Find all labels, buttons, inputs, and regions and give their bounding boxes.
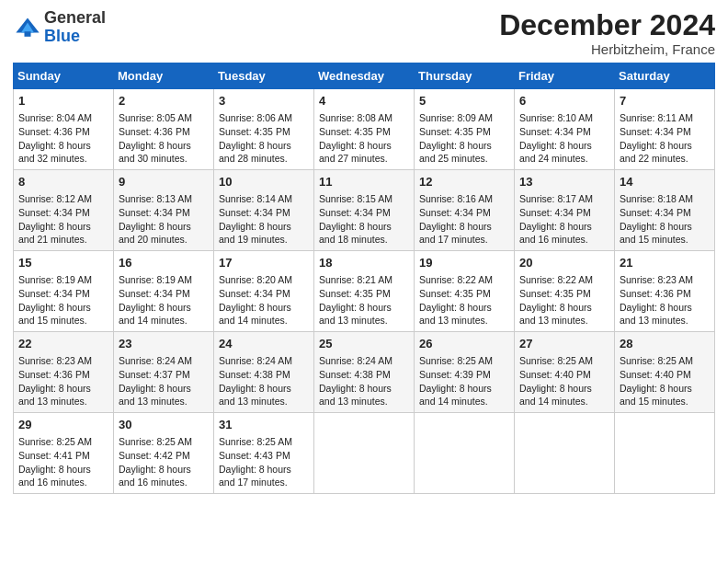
day-number: 27 bbox=[519, 336, 609, 352]
sunset-text: Sunset: 4:38 PM bbox=[319, 369, 391, 380]
day-number: 1 bbox=[18, 93, 108, 109]
table-row bbox=[615, 412, 715, 493]
sunrise-text: Sunrise: 8:25 AM bbox=[519, 355, 593, 366]
sunset-text: Sunset: 4:35 PM bbox=[419, 126, 491, 137]
header-row: Sunday Monday Tuesday Wednesday Thursday… bbox=[14, 63, 715, 89]
cell-content: 3Sunrise: 8:06 AMSunset: 4:35 PMDaylight… bbox=[219, 93, 309, 166]
col-tuesday: Tuesday bbox=[214, 63, 314, 89]
table-row: 31Sunrise: 8:25 AMSunset: 4:43 PMDayligh… bbox=[214, 412, 314, 493]
cell-content: 5Sunrise: 8:09 AMSunset: 4:35 PMDaylight… bbox=[419, 93, 509, 166]
logo-general: General bbox=[44, 8, 106, 27]
daylight-text: Daylight: 8 hours and 14 minutes. bbox=[119, 302, 191, 327]
cell-content: 29Sunrise: 8:25 AMSunset: 4:41 PMDayligh… bbox=[18, 417, 108, 489]
day-number: 15 bbox=[18, 255, 108, 271]
sunrise-text: Sunrise: 8:21 AM bbox=[319, 274, 392, 285]
table-row: 23Sunrise: 8:24 AMSunset: 4:37 PMDayligh… bbox=[114, 332, 214, 413]
daylight-text: Daylight: 8 hours and 14 minutes. bbox=[219, 302, 291, 327]
sunset-text: Sunset: 4:39 PM bbox=[419, 369, 491, 380]
day-number: 21 bbox=[620, 255, 710, 271]
cell-content: 31Sunrise: 8:25 AMSunset: 4:43 PMDayligh… bbox=[219, 417, 309, 489]
table-row: 11Sunrise: 8:15 AMSunset: 4:34 PMDayligh… bbox=[314, 170, 415, 251]
day-number: 28 bbox=[620, 336, 710, 352]
table-row: 30Sunrise: 8:25 AMSunset: 4:42 PMDayligh… bbox=[114, 412, 214, 493]
daylight-text: Daylight: 8 hours and 13 minutes. bbox=[319, 302, 392, 327]
sunset-text: Sunset: 4:34 PM bbox=[419, 207, 491, 218]
daylight-text: Daylight: 8 hours and 13 minutes. bbox=[519, 302, 592, 327]
sunrise-text: Sunrise: 8:10 AM bbox=[519, 112, 593, 123]
day-number: 16 bbox=[119, 255, 209, 271]
daylight-text: Daylight: 8 hours and 18 minutes. bbox=[319, 221, 392, 246]
sunset-text: Sunset: 4:35 PM bbox=[219, 126, 290, 137]
col-sunday: Sunday bbox=[14, 63, 114, 89]
week-row-5: 29Sunrise: 8:25 AMSunset: 4:41 PMDayligh… bbox=[14, 412, 715, 493]
cell-content: 2Sunrise: 8:05 AMSunset: 4:36 PMDaylight… bbox=[119, 93, 209, 166]
cell-content: 8Sunrise: 8:12 AMSunset: 4:34 PMDaylight… bbox=[18, 174, 108, 247]
table-row: 16Sunrise: 8:19 AMSunset: 4:34 PMDayligh… bbox=[114, 251, 214, 332]
sunrise-text: Sunrise: 8:05 AM bbox=[119, 112, 192, 123]
table-row: 14Sunrise: 8:18 AMSunset: 4:34 PMDayligh… bbox=[615, 170, 715, 251]
table-row: 26Sunrise: 8:25 AMSunset: 4:39 PMDayligh… bbox=[415, 332, 515, 413]
day-number: 2 bbox=[119, 93, 209, 109]
day-number: 6 bbox=[519, 93, 609, 109]
daylight-text: Daylight: 8 hours and 32 minutes. bbox=[18, 140, 91, 165]
week-row-2: 8Sunrise: 8:12 AMSunset: 4:34 PMDaylight… bbox=[14, 170, 715, 251]
cell-content: 24Sunrise: 8:24 AMSunset: 4:38 PMDayligh… bbox=[219, 336, 309, 408]
sunset-text: Sunset: 4:34 PM bbox=[219, 288, 290, 299]
table-row: 1Sunrise: 8:04 AMSunset: 4:36 PMDaylight… bbox=[14, 89, 114, 170]
table-row: 7Sunrise: 8:11 AMSunset: 4:34 PMDaylight… bbox=[615, 89, 715, 170]
sunrise-text: Sunrise: 8:08 AM bbox=[319, 112, 392, 123]
cell-content: 6Sunrise: 8:10 AMSunset: 4:34 PMDaylight… bbox=[519, 93, 609, 166]
sunrise-text: Sunrise: 8:19 AM bbox=[119, 274, 192, 285]
daylight-text: Daylight: 8 hours and 30 minutes. bbox=[119, 140, 191, 165]
daylight-text: Daylight: 8 hours and 16 minutes. bbox=[519, 221, 592, 246]
title-month: December 2024 bbox=[499, 9, 715, 41]
daylight-text: Daylight: 8 hours and 22 minutes. bbox=[620, 140, 692, 165]
logo-blue: Blue bbox=[44, 27, 80, 45]
svg-rect-2 bbox=[25, 31, 31, 37]
day-number: 13 bbox=[519, 174, 609, 190]
day-number: 3 bbox=[219, 93, 309, 109]
daylight-text: Daylight: 8 hours and 13 minutes. bbox=[319, 383, 392, 408]
week-row-1: 1Sunrise: 8:04 AMSunset: 4:36 PMDaylight… bbox=[14, 89, 715, 170]
sunrise-text: Sunrise: 8:22 AM bbox=[419, 274, 493, 285]
title-location: Herbitzheim, France bbox=[499, 41, 715, 57]
cell-content: 15Sunrise: 8:19 AMSunset: 4:34 PMDayligh… bbox=[18, 255, 108, 327]
sunset-text: Sunset: 4:36 PM bbox=[18, 369, 90, 380]
sunset-text: Sunset: 4:37 PM bbox=[119, 369, 190, 380]
daylight-text: Daylight: 8 hours and 19 minutes. bbox=[219, 221, 291, 246]
sunrise-text: Sunrise: 8:19 AM bbox=[18, 274, 92, 285]
table-row: 21Sunrise: 8:23 AMSunset: 4:36 PMDayligh… bbox=[615, 251, 715, 332]
daylight-text: Daylight: 8 hours and 17 minutes. bbox=[219, 464, 291, 488]
sunset-text: Sunset: 4:34 PM bbox=[519, 207, 591, 218]
sunset-text: Sunset: 4:40 PM bbox=[519, 369, 591, 380]
header: General Blue December 2024 Herbitzheim, … bbox=[13, 9, 715, 57]
day-number: 14 bbox=[620, 174, 710, 190]
cell-content: 22Sunrise: 8:23 AMSunset: 4:36 PMDayligh… bbox=[18, 336, 108, 408]
logo-area: General Blue bbox=[13, 9, 106, 46]
day-number: 11 bbox=[319, 174, 409, 190]
daylight-text: Daylight: 8 hours and 21 minutes. bbox=[18, 221, 91, 246]
table-row: 13Sunrise: 8:17 AMSunset: 4:34 PMDayligh… bbox=[515, 170, 615, 251]
sunrise-text: Sunrise: 8:24 AM bbox=[119, 355, 192, 366]
sunrise-text: Sunrise: 8:04 AM bbox=[18, 112, 92, 123]
table-row: 10Sunrise: 8:14 AMSunset: 4:34 PMDayligh… bbox=[214, 170, 314, 251]
sunrise-text: Sunrise: 8:22 AM bbox=[519, 274, 593, 285]
day-number: 5 bbox=[419, 93, 509, 109]
cell-content: 19Sunrise: 8:22 AMSunset: 4:35 PMDayligh… bbox=[419, 255, 509, 327]
daylight-text: Daylight: 8 hours and 15 minutes. bbox=[18, 302, 91, 327]
daylight-text: Daylight: 8 hours and 28 minutes. bbox=[219, 140, 291, 165]
cell-content: 30Sunrise: 8:25 AMSunset: 4:42 PMDayligh… bbox=[119, 417, 209, 489]
logo-text: General Blue bbox=[44, 9, 106, 46]
sunset-text: Sunset: 4:36 PM bbox=[119, 126, 190, 137]
sunset-text: Sunset: 4:34 PM bbox=[519, 126, 591, 137]
sunrise-text: Sunrise: 8:14 AM bbox=[219, 193, 292, 204]
cell-content: 25Sunrise: 8:24 AMSunset: 4:38 PMDayligh… bbox=[319, 336, 409, 408]
sunset-text: Sunset: 4:34 PM bbox=[319, 207, 391, 218]
cell-content: 9Sunrise: 8:13 AMSunset: 4:34 PMDaylight… bbox=[119, 174, 209, 247]
week-row-4: 22Sunrise: 8:23 AMSunset: 4:36 PMDayligh… bbox=[14, 332, 715, 413]
cell-content: 27Sunrise: 8:25 AMSunset: 4:40 PMDayligh… bbox=[519, 336, 609, 408]
sunrise-text: Sunrise: 8:13 AM bbox=[119, 193, 192, 204]
calendar-page: General Blue December 2024 Herbitzheim, … bbox=[0, 0, 728, 563]
table-row bbox=[415, 412, 515, 493]
sunset-text: Sunset: 4:43 PM bbox=[219, 450, 290, 461]
